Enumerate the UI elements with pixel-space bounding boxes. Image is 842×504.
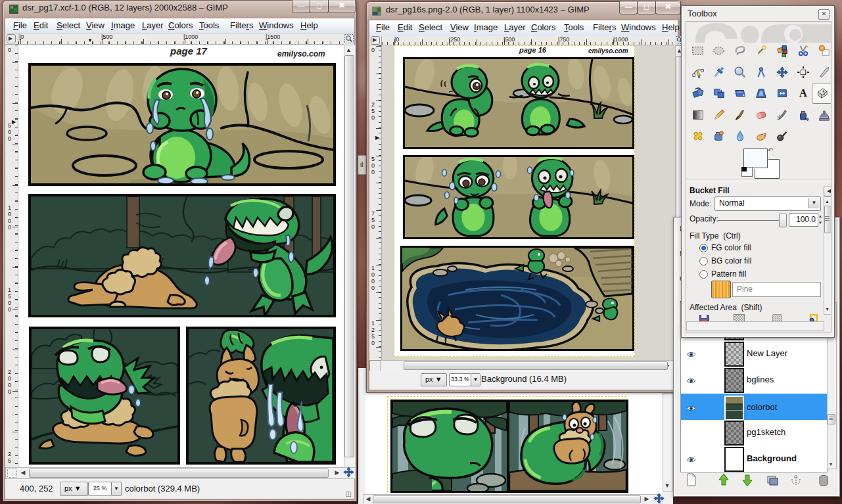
svg-text:A: A [799,87,807,99]
